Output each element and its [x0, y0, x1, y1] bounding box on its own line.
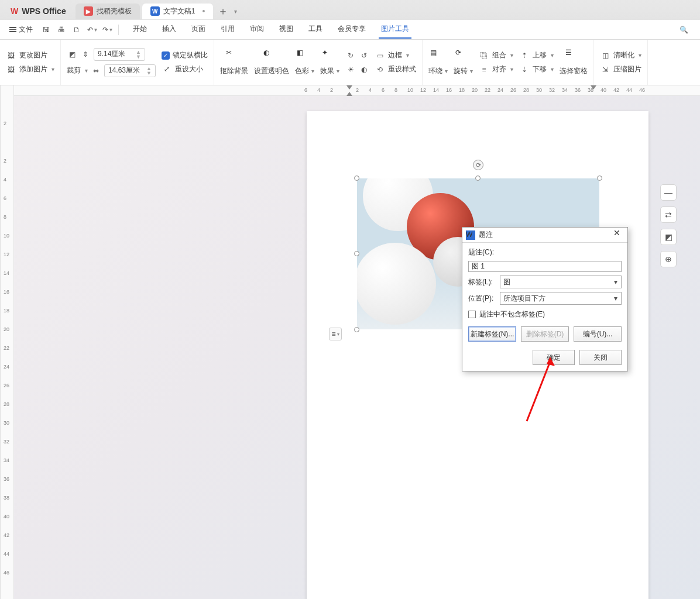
move-up-button[interactable]: ⇡上移▾ — [519, 50, 554, 61]
qat-save-icon[interactable]: 🖫 — [40, 23, 53, 36]
close-button[interactable]: 关闭 — [579, 350, 622, 365]
menu-view[interactable]: 视图 — [277, 20, 296, 39]
dialog-title-bar[interactable]: W 题注 ✕ — [462, 228, 627, 243]
crop-icon: ◩ — [67, 49, 77, 60]
spinner-icon[interactable]: ▲▼ — [136, 50, 141, 59]
tab-document[interactable]: W 文字文稿1 • — [142, 4, 214, 19]
tool-adjust-icon[interactable]: ⇄ — [660, 206, 677, 223]
qat-redo-icon[interactable]: ↷▾ — [101, 23, 114, 36]
wrap-icon: ▤ — [430, 49, 447, 63]
align-button[interactable]: ≡对齐▾ — [479, 64, 513, 75]
tag-select[interactable]: 图 — [500, 276, 622, 288]
menu-member[interactable]: 会员专享 — [335, 20, 368, 39]
file-menu[interactable]: 文件 — [5, 22, 37, 37]
height-icon: ⇕ — [80, 49, 91, 60]
qat-undo-icon[interactable]: ↶▾ — [85, 23, 98, 36]
horizontal-ruler: 6422468101214161820222426283032343638404… — [14, 85, 700, 96]
new-tab-button[interactable]: ＋ — [215, 4, 231, 18]
dialog-close-button[interactable]: ✕ — [610, 228, 624, 242]
height-input[interactable]: 9.14厘米▲▼ — [94, 48, 145, 61]
resize-handle[interactable] — [354, 251, 359, 256]
numbering-button[interactable]: 编号(U)... — [574, 326, 622, 342]
crop-icon-line[interactable]: ◩⇕ 9.14厘米▲▼ — [67, 48, 156, 61]
menu-insert[interactable]: 插入 — [160, 20, 179, 39]
color-button[interactable]: ◧色彩▾ — [295, 49, 314, 76]
rotate-cw-button[interactable]: ↻↺ ▭边框▾ — [345, 50, 416, 61]
compress-button[interactable]: ⇲压缩图片 — [600, 64, 641, 75]
checkbox-icon — [468, 311, 476, 318]
ribbon: 🖼更改图片 🖼添加图片▾ ◩⇕ 9.14厘米▲▼ 裁剪▾⇔ 14.63厘米▲▼ … — [0, 40, 700, 85]
search-button[interactable]: 🔍 — [672, 26, 695, 34]
menu-page[interactable]: 页面 — [189, 20, 208, 39]
width-input[interactable]: 14.63厘米▲▼ — [104, 64, 156, 77]
close-icon: ✕ — [613, 228, 620, 237]
menu-bar: 文件 🖫 🖶 🗋 ↶▾ ↷▾ 开始 插入 页面 引用 审阅 视图 工具 会员专享… — [0, 20, 700, 40]
exclude-label-checkbox[interactable]: 题注中不包含标签(E) — [468, 309, 622, 319]
rotate-button[interactable]: ⟳旋转▾ — [454, 49, 473, 76]
picture-swap-icon: 🖼 — [6, 50, 16, 61]
menu-ref[interactable]: 引用 — [218, 20, 237, 39]
menu-start[interactable]: 开始 — [131, 20, 149, 39]
crop-label[interactable]: 裁剪 — [67, 66, 81, 75]
tag-field-label: 标签(L): — [468, 277, 496, 287]
spinner-icon[interactable]: ▲▼ — [146, 66, 152, 75]
picture-add-icon: 🖼 — [6, 64, 16, 75]
tool-zoom-icon[interactable]: ⊕ — [660, 251, 677, 267]
effect-button[interactable]: ✦效果▾ — [320, 49, 339, 76]
reset-style-button[interactable]: ⟲重设样式 — [375, 64, 416, 75]
wps-logo-icon: W — [11, 6, 18, 16]
tab-chevron-down-icon[interactable]: ▾ — [234, 8, 237, 15]
resize-handle[interactable] — [354, 327, 359, 332]
set-trans-button[interactable]: ◐设置透明色 — [254, 49, 289, 76]
remove-bg-button[interactable]: ✂抠除背景 — [220, 49, 248, 76]
move-down-button[interactable]: ⇣下移▾ — [519, 64, 554, 75]
selection-pane-button[interactable]: ☰选择窗格 — [560, 49, 588, 76]
resize-handle[interactable] — [354, 175, 359, 181]
reset-size-icon: ⤢ — [162, 64, 172, 74]
indent-marker-top-icon[interactable] — [346, 85, 352, 89]
new-tag-button[interactable]: 新建标签(N)... — [468, 326, 516, 342]
border-button[interactable]: ▭边框▾ — [375, 50, 409, 61]
check-icon: ✓ — [162, 51, 170, 60]
position-field-label: 位置(P): — [468, 294, 496, 304]
up-icon: ⇡ — [519, 50, 530, 61]
menu-picture-tools[interactable]: 图片工具 — [379, 20, 411, 39]
resize-handle[interactable] — [597, 175, 602, 181]
indent-marker-bottom-icon[interactable] — [346, 92, 352, 96]
clarity-button[interactable]: ◫清晰化▾ — [600, 50, 641, 61]
wrap-button[interactable]: ▤环绕▾ — [428, 49, 448, 76]
qat-preview-icon[interactable]: 🗋 — [70, 23, 83, 36]
add-picture-button[interactable]: 🖼添加图片▾ — [6, 64, 54, 75]
change-picture-button[interactable]: 🖼更改图片 — [6, 50, 54, 61]
app-name: WPS Office — [22, 6, 66, 16]
dirty-indicator-icon: • — [202, 6, 205, 16]
brightness-icon[interactable]: ☀ — [345, 64, 356, 75]
file-label: 文件 — [19, 25, 33, 35]
menu-review[interactable]: 审阅 — [248, 20, 266, 39]
contrast-icon[interactable]: ◐ — [359, 64, 369, 75]
lock-ratio-toggle[interactable]: ✓锁定纵横比 — [162, 50, 208, 60]
width-icon: ⇔ — [91, 66, 101, 76]
menu-tools[interactable]: 工具 — [306, 20, 325, 39]
group-button[interactable]: ⿻组合▾ — [479, 50, 513, 61]
floating-image-tools: — ⇄ ◩ ⊕ — [660, 184, 677, 267]
app-logo: W WPS Office — [4, 4, 73, 18]
tool-crop-icon[interactable]: ◩ — [660, 229, 677, 245]
border-icon: ▭ — [375, 50, 385, 61]
tool-collapse-icon[interactable]: — — [660, 184, 677, 201]
reset-size-button[interactable]: ⤢重设大小 — [162, 64, 208, 74]
qat-print-icon[interactable]: 🖶 — [55, 23, 68, 36]
resize-handle[interactable] — [475, 175, 481, 181]
tab-label: 文字文稿1 — [163, 6, 195, 16]
rotate-icon: ⟳ — [455, 49, 472, 63]
position-select[interactable]: 所选项目下方 — [500, 292, 622, 305]
tab-templates[interactable]: ▶ 找稻壳模板 — [76, 4, 140, 19]
rotate-handle-icon[interactable]: ⟳ — [473, 160, 483, 170]
title-tab-bar: W WPS Office ▶ 找稻壳模板 W 文字文稿1 • ＋ ▾ — [0, 0, 700, 20]
main-menu: 开始 插入 页面 引用 审阅 视图 工具 会员专享 图片工具 — [131, 20, 411, 39]
ok-button[interactable]: 确定 — [533, 350, 575, 365]
layout-options-button[interactable]: ≡▾ — [329, 328, 342, 340]
caption-input[interactable]: 图 1 — [468, 261, 622, 272]
align-icon: ≡ — [479, 64, 489, 75]
rotate-ccw-icon: ↺ — [359, 50, 369, 61]
